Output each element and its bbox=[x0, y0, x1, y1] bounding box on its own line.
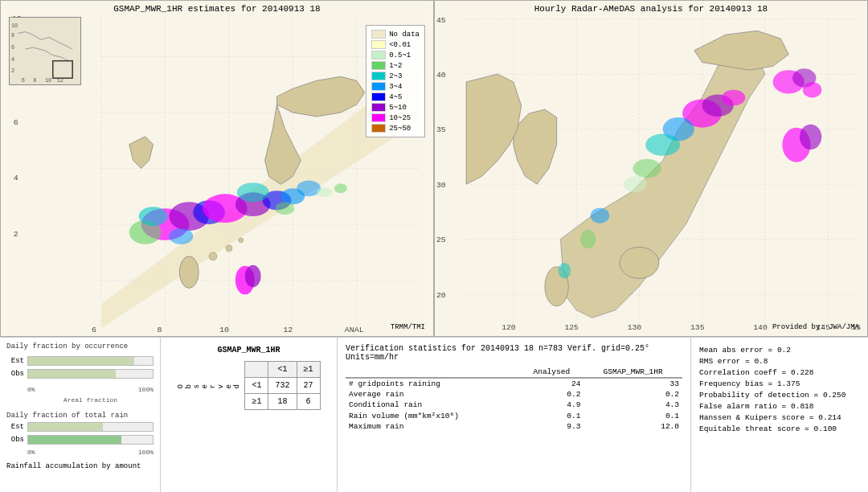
error-stat-0: Mean abs error = 0.2 bbox=[699, 346, 860, 355]
svg-point-69 bbox=[620, 247, 659, 278]
contingency-panel: GSMAP_MWR_1HR Observed <1 ≥1 <1 7 bbox=[161, 338, 338, 492]
svg-point-41 bbox=[169, 228, 193, 244]
legend-item-12: 1~2 bbox=[371, 60, 420, 71]
legend-color-nodata bbox=[371, 30, 386, 39]
total-rain-section: Daily fraction of total rain Est Obs bbox=[6, 412, 154, 456]
svg-point-26 bbox=[226, 245, 232, 252]
svg-point-25 bbox=[209, 252, 217, 260]
stats-label-condrain: Conditional rain bbox=[346, 400, 519, 410]
svg-point-83 bbox=[580, 230, 596, 248]
stats-col-analysed: Analysed bbox=[519, 367, 583, 378]
legend-item-001: <0.01 bbox=[371, 39, 420, 50]
legend-label-510: 5~10 bbox=[389, 104, 407, 112]
areal-fraction-label: Areal fraction bbox=[6, 396, 154, 404]
totalrain-axis-100pct: 100% bbox=[138, 449, 154, 456]
occurrence-obs-fill bbox=[28, 370, 116, 378]
stats-analysed-gridpoints: 24 bbox=[519, 379, 583, 389]
svg-text:120: 120 bbox=[502, 323, 516, 332]
svg-point-84 bbox=[559, 263, 571, 279]
legend-item-051: 0.5~1 bbox=[371, 50, 420, 60]
svg-text:8: 8 bbox=[33, 77, 36, 84]
legend-color-12 bbox=[371, 61, 386, 70]
legend-color-001 bbox=[371, 40, 386, 49]
svg-text:8: 8 bbox=[158, 326, 162, 334]
legend-label-34: 3~4 bbox=[389, 83, 402, 91]
error-stat-7: Equitable threat score = 0.100 bbox=[699, 424, 860, 433]
svg-text:140: 140 bbox=[753, 323, 768, 332]
stats-label-gridpoints: # gridpoints raining bbox=[346, 379, 519, 389]
axis-100pct: 100% bbox=[138, 386, 154, 393]
stats-col-label bbox=[346, 367, 519, 378]
stats-analysed-maxrain: 9.3 bbox=[519, 421, 583, 432]
right-map-source: Provided by: JWA/JMA bbox=[772, 323, 859, 331]
svg-point-81 bbox=[800, 125, 821, 150]
legend-color-23 bbox=[371, 72, 386, 80]
maps-row: GSMAP_MWR_1HR estimates for 20140913 18 … bbox=[0, 0, 868, 338]
stats-gsmap-maxrain: 12.0 bbox=[583, 421, 682, 432]
stats-row-avgrain: Average rain 0.2 0.2 bbox=[346, 389, 682, 400]
svg-text:6: 6 bbox=[92, 326, 96, 334]
totalrain-est-row: Est bbox=[6, 421, 154, 433]
svg-point-36 bbox=[139, 207, 168, 226]
legend-color-45 bbox=[371, 92, 386, 101]
totalrain-axis: 0% 100% bbox=[6, 449, 154, 456]
cont-value-27: 27 bbox=[297, 378, 320, 394]
contingency-obs-label: Observed bbox=[177, 383, 241, 388]
error-stat-6: Hanssen & Kuipers score = 0.214 bbox=[699, 413, 860, 422]
occurrence-obs-row: Obs bbox=[6, 368, 154, 379]
totalrain-obs-label: Obs bbox=[6, 436, 24, 444]
main-container: GSMAP_MWR_1HR estimates for 20140913 18 … bbox=[0, 0, 868, 492]
svg-point-37 bbox=[237, 182, 269, 202]
cont-value-732: 732 bbox=[268, 378, 297, 394]
legend-item-2550: 25~50 bbox=[371, 123, 420, 133]
stats-analysed-avgrain: 0.2 bbox=[519, 389, 583, 400]
svg-text:2: 2 bbox=[14, 230, 18, 239]
svg-text:10: 10 bbox=[219, 326, 229, 334]
legend-item-23: 2~3 bbox=[371, 71, 420, 81]
legend-label-2550: 25~50 bbox=[389, 125, 411, 133]
occurrence-est-track bbox=[27, 356, 154, 366]
totalrain-est-label: Est bbox=[6, 423, 24, 431]
occurrence-obs-track bbox=[27, 369, 154, 379]
legend-item-nodata: No data bbox=[371, 29, 420, 39]
cont-header-ge1: ≥1 bbox=[297, 362, 320, 378]
svg-point-24 bbox=[179, 256, 199, 289]
cont-label-lt1: <1 bbox=[245, 378, 268, 394]
stats-row-gridpoints: # gridpoints raining 24 33 bbox=[346, 379, 682, 389]
occurrence-est-fill bbox=[28, 357, 134, 365]
contingency-table: <1 ≥1 <1 732 27 ≥1 18 6 bbox=[244, 361, 320, 410]
total-rain-bar-chart: Est Obs bbox=[6, 421, 154, 445]
legend-color-051 bbox=[371, 51, 386, 59]
svg-text:6: 6 bbox=[14, 118, 18, 127]
error-stat-5: False alarm ratio = 0.818 bbox=[699, 402, 860, 411]
stats-gsmap-gridpoints: 33 bbox=[583, 379, 682, 389]
rainfall-label: Rainfall accumulation by amount bbox=[6, 462, 154, 470]
svg-text:6: 6 bbox=[11, 44, 14, 51]
error-stat-3: Frequency bias = 1.375 bbox=[699, 379, 860, 388]
stats-label-rainvol: Rain volume (mm*km²x10⁶) bbox=[346, 410, 519, 421]
svg-text:6: 6 bbox=[22, 77, 25, 84]
cont-header-empty bbox=[245, 362, 268, 378]
legend-label-051: 0.5~1 bbox=[389, 51, 411, 59]
svg-text:40: 40 bbox=[436, 71, 446, 80]
legend-item-45: 4~5 bbox=[371, 92, 420, 102]
legend-item-510: 5~10 bbox=[371, 102, 420, 113]
error-stats-panel: Mean abs error = 0.2 RMS error = 0.8 Cor… bbox=[691, 338, 868, 492]
error-stat-1: RMS error = 0.8 bbox=[699, 357, 860, 366]
svg-text:125: 125 bbox=[564, 323, 579, 332]
totalrain-axis-0pct: 0% bbox=[27, 449, 35, 456]
occurrence-est-label: Est bbox=[6, 357, 24, 365]
stats-row-maxrain: Maximum rain 9.3 12.0 bbox=[346, 421, 682, 432]
legend-label-nodata: No data bbox=[389, 31, 420, 39]
stats-gsmap-condrain: 4.3 bbox=[583, 400, 682, 410]
left-map-legend: No data <0.01 0.5~1 1~2 2~3 bbox=[366, 25, 425, 137]
totalrain-obs-fill bbox=[28, 436, 121, 444]
legend-color-34 bbox=[371, 82, 386, 91]
stats-analysed-rainvol: 0.1 bbox=[519, 410, 583, 421]
total-rain-title: Daily fraction of total rain bbox=[6, 412, 154, 420]
charts-panel: Daily fraction by occurrence Est Obs 0% bbox=[0, 338, 161, 492]
cont-value-18: 18 bbox=[268, 394, 297, 410]
axis-0pct: 0% bbox=[27, 386, 35, 393]
svg-point-43 bbox=[317, 187, 333, 197]
occurrence-obs-label: Obs bbox=[6, 370, 24, 378]
